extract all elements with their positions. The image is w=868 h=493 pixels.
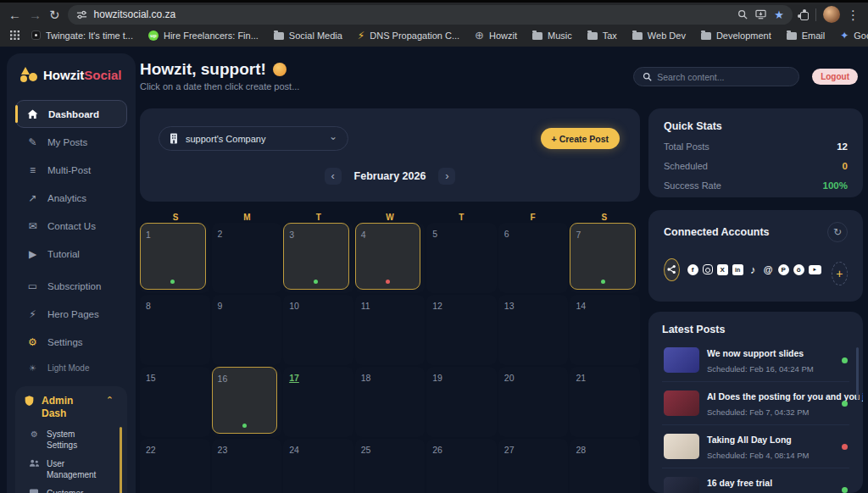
post-list-item[interactable]: 16 day free trialScheduled: Feb 3, 10:54… (662, 468, 849, 493)
logout-button[interactable]: Logout (812, 69, 858, 85)
sidebar-item-subscription[interactable]: ▭Subscription (15, 272, 127, 300)
calendar-day[interactable]: 8 (140, 295, 210, 365)
search-input[interactable] (657, 72, 784, 82)
calendar-day[interactable]: 27 (498, 439, 569, 493)
tiktok-icon[interactable]: ♪ (748, 264, 759, 275)
sidebar-item-admin-dash[interactable]: Admin Dash ⌃ (24, 395, 120, 420)
sidebar-item-my-posts[interactable]: ✎My Posts (15, 128, 127, 156)
sidebar-item-contact-us[interactable]: ✉Contact Us (15, 212, 127, 240)
sidebar-item-multi-post[interactable]: ≡Multi-Post (15, 156, 127, 184)
calendar-day[interactable]: 13 (498, 295, 569, 365)
sidebar-item-settings[interactable]: ⚙Settings (15, 328, 127, 356)
post-list-item[interactable]: We now support slidesScheduled: Feb 16, … (662, 339, 849, 381)
calendar-day[interactable]: 22 (140, 439, 210, 493)
calendar-day[interactable]: 1 (140, 223, 210, 293)
linkedin-icon[interactable]: in (732, 264, 743, 275)
instagram-icon[interactable] (703, 264, 713, 274)
sidebar-item-customer-messages[interactable]: Customer Messages (29, 488, 120, 493)
calendar-day[interactable]: 21 (570, 367, 640, 437)
back-button[interactable]: ← (8, 8, 21, 21)
create-post-button[interactable]: + Create Post (541, 128, 620, 149)
bookmark-twingate[interactable]: Twingate: It's time t... (31, 30, 133, 41)
calendar-day[interactable]: 24 (283, 439, 353, 493)
zoom-icon[interactable] (737, 9, 748, 19)
calendar-day[interactable]: 6 (498, 223, 569, 293)
post-list-item[interactable]: Taking All Day LongScheduled: Feb 4, 08:… (662, 424, 849, 468)
toolbar-divider (815, 8, 816, 21)
calendar-event-box[interactable]: 4 (355, 223, 421, 290)
calendar-day[interactable]: 3 (283, 223, 353, 293)
reddit-icon[interactable]: ö (793, 264, 804, 275)
admin-scrollbar[interactable] (120, 427, 122, 493)
add-account-button[interactable]: + (832, 262, 848, 285)
refresh-button[interactable]: ↻ (49, 8, 60, 21)
sidebar-item-analytics[interactable]: ↗Analytics (15, 184, 127, 212)
profile-avatar[interactable] (823, 6, 840, 23)
company-selector[interactable]: support's Company ⌄ (159, 126, 348, 151)
threads-icon[interactable]: @ (763, 264, 774, 275)
calendar-day[interactable]: 20 (498, 367, 569, 437)
sidebar-item-dashboard[interactable]: Dashboard (15, 100, 127, 128)
calendar-day[interactable]: 26 (426, 439, 497, 493)
calendar-day[interactable]: 23 (212, 439, 282, 493)
bookmark-upwork[interactable]: upHire Freelancers: Fin... (148, 30, 259, 41)
bookmark-dns[interactable]: ⚡DNS Propagation C... (358, 30, 459, 41)
post-title: 16 day free trial (707, 478, 772, 488)
bookmark-star-icon[interactable]: ★ (774, 9, 784, 20)
post-list-item[interactable]: AI Does the posting for you and you j...… (662, 381, 849, 424)
calendar-day-today[interactable]: 17 (283, 367, 353, 437)
bookmark-folder-development[interactable]: Development (701, 30, 771, 41)
calendar-day[interactable]: 18 (355, 367, 426, 437)
next-month-button[interactable]: › (438, 168, 455, 185)
url-text[interactable]: howzitsocial.co.za (94, 8, 732, 20)
content-search[interactable] (633, 67, 799, 86)
address-bar[interactable]: howzitsocial.co.za ★ (68, 5, 793, 25)
pinterest-icon[interactable]: P (778, 264, 789, 275)
bookmark-gemini[interactable]: ✦Google Gemini (840, 30, 868, 41)
extensions-icon[interactable] (800, 12, 809, 20)
x-icon[interactable]: X (717, 264, 728, 275)
calendar-day[interactable]: 11 (355, 295, 426, 365)
sidebar-item-tutorial[interactable]: ▶Tutorial (15, 240, 127, 268)
posts-scrollbar[interactable] (856, 347, 859, 400)
bookmark-folder-webdev[interactable]: Web Dev (632, 30, 686, 41)
bookmark-folder-social-media[interactable]: Social Media (274, 30, 342, 41)
bookmark-howzit[interactable]: ⊕Howzit (475, 30, 517, 41)
bookmark-folder-email[interactable]: Email (787, 30, 826, 41)
sidebar-item-light-mode[interactable]: ☀Light Mode (15, 356, 127, 379)
apps-grid-icon[interactable] (10, 30, 19, 40)
prev-month-button[interactable]: ‹ (325, 168, 342, 185)
share-accounts-button[interactable] (664, 258, 680, 281)
calendar-event-box[interactable]: 3 (283, 223, 349, 290)
app-logo[interactable]: HowzitSocial (15, 67, 127, 83)
calendar-day[interactable]: 28 (570, 439, 640, 493)
facebook-icon[interactable]: f (687, 264, 698, 275)
calendar-day[interactable]: 12 (426, 295, 497, 365)
calendar-day[interactable]: 14 (570, 295, 640, 365)
calendar-day[interactable]: 10 (283, 295, 353, 365)
calendar-event-box[interactable]: 7 (570, 223, 636, 290)
bookmark-folder-music[interactable]: Music (532, 30, 572, 41)
calendar-day[interactable]: 2 (212, 223, 282, 293)
site-settings-icon[interactable] (76, 9, 87, 20)
refresh-button[interactable]: ↻ (827, 222, 848, 242)
menu-icon[interactable]: ⋮ (847, 8, 860, 21)
bookmark-folder-tax[interactable]: Tax (587, 30, 617, 41)
calendar-day[interactable]: 19 (426, 367, 497, 437)
install-icon[interactable] (755, 9, 766, 19)
sidebar-item-user-management[interactable]: User Management (29, 458, 120, 480)
calendar-day[interactable]: 25 (355, 439, 426, 493)
calendar-day[interactable]: 5 (426, 223, 497, 293)
sidebar-item-hero-pages[interactable]: ⚡Hero Pages (15, 300, 127, 328)
calendar-day[interactable]: 9 (212, 295, 282, 365)
calendar-event-box[interactable]: 16 (212, 367, 278, 434)
sidebar-item-system-settings[interactable]: ⚙System Settings (29, 429, 120, 451)
calendar-day[interactable]: 15 (140, 367, 210, 437)
calendar-event-box[interactable]: 1 (140, 223, 206, 290)
forward-button[interactable]: → (29, 8, 42, 21)
calendar-day[interactable]: 7 (570, 223, 640, 293)
building-icon (170, 133, 178, 144)
calendar-day[interactable]: 4 (355, 223, 426, 293)
calendar-day[interactable]: 16 (212, 367, 282, 437)
youtube-icon[interactable]: ▸ (809, 265, 821, 274)
